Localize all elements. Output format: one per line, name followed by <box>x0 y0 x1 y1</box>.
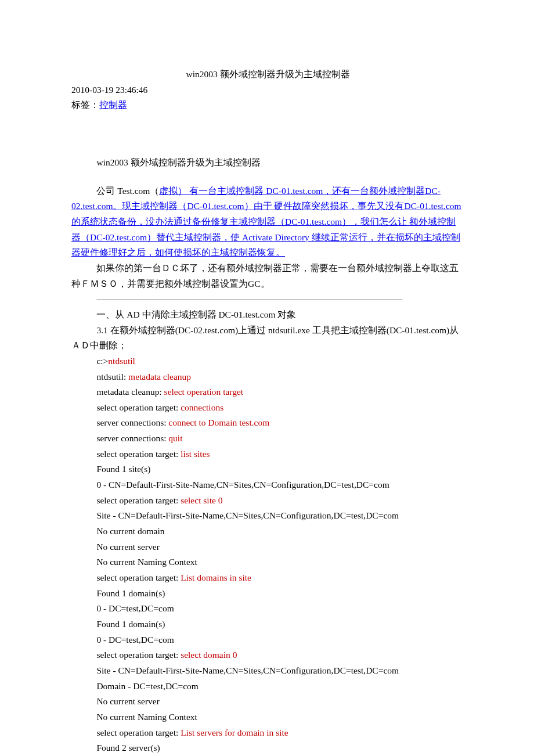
intro-paragraph: 公司 Test.com（虚拟） 有一台主域控制器 DC-01.test.com，… <box>71 183 464 261</box>
command-input: quit <box>168 433 182 443</box>
command-prompt: No current server <box>96 542 159 552</box>
command-prompt: server connections: <box>96 417 168 427</box>
command-line: No current domain <box>71 524 464 539</box>
command-prompt: select operation target: <box>96 573 181 582</box>
command-line: No current server <box>71 694 464 710</box>
command-input: ntdsutil <box>108 356 135 366</box>
command-line: Site - CN=Default-First-Site-Name,CN=Sit… <box>71 508 464 524</box>
command-line: select operation target: select domain 0 <box>71 647 464 663</box>
command-line: metadata cleanup: select operation targe… <box>71 384 464 400</box>
command-prompt: c:> <box>96 356 108 366</box>
command-line: No current Naming Context <box>71 555 464 570</box>
command-prompt: metadata cleanup: <box>96 387 164 397</box>
command-line: No current Naming Context <box>71 710 464 725</box>
tag-link[interactable]: 控制器 <box>99 100 127 110</box>
separator-line: —————————————————————————————————— <box>71 291 464 307</box>
command-prompt: No current server <box>96 696 159 706</box>
command-input: List servers for domain in site <box>181 728 288 737</box>
command-prompt: select operation target: <box>96 495 181 505</box>
command-input: select operation target <box>164 387 244 397</box>
command-line: select operation target: List servers fo… <box>71 725 464 741</box>
command-input: connections <box>181 402 223 412</box>
command-prompt: select operation target: <box>96 402 181 412</box>
command-prompt: Site - CN=Default-First-Site-Name,CN=Sit… <box>96 510 399 520</box>
command-prompt: select operation target: <box>96 728 181 737</box>
command-prompt: Site - CN=Default-First-Site-Name,CN=Sit… <box>96 665 399 675</box>
command-line: ntdsutil: metadata cleanup <box>71 369 464 385</box>
timestamp: 2010-03-19 23:46:46 <box>71 82 464 98</box>
intro-leading: 公司 Test.com（ <box>96 186 159 196</box>
command-input: select domain 0 <box>181 650 237 660</box>
tag-label: 标签： <box>71 100 99 110</box>
command-prompt: 0 - DC=test,DC=com <box>96 603 174 613</box>
command-line: select operation target: select site 0 <box>71 493 464 509</box>
command-line: c:>ntdsutil <box>71 354 464 369</box>
command-line: No current server <box>71 539 464 555</box>
tag-line: 标签：控制器 <box>71 98 464 113</box>
command-line: 0 - DC=test,DC=com <box>71 601 464 617</box>
command-prompt: No current Naming Context <box>96 557 197 567</box>
command-line: Found 1 domain(s) <box>71 617 464 632</box>
command-prompt: select operation target: <box>96 449 181 459</box>
scenario-link[interactable]: 虚拟） 有一台主域控制器 DC-01.test.com，还有一台额外域控制器DC… <box>71 186 461 258</box>
step-1-heading: 一、从 AD 中清除主域控制器 DC-01.test.com 对象 <box>71 307 464 323</box>
command-block: c:>ntdsutilntdsutil: metadata cleanupmet… <box>71 354 464 756</box>
command-prompt: Found 1 domain(s) <box>96 619 165 629</box>
explain-paragraph: 如果你的第一台ＤＣ坏了，还有额外域控制器正常，需要在一台额外域控制器上夺取这五种… <box>71 261 464 291</box>
command-line: Found 2 server(s) <box>71 740 464 756</box>
command-input: connect to Domain test.com <box>168 417 269 427</box>
command-prompt: 0 - DC=test,DC=com <box>96 635 174 645</box>
command-line: server connections: quit <box>71 431 464 447</box>
command-line: server connections: connect to Domain te… <box>71 415 464 431</box>
command-line: select operation target: list sites <box>71 447 464 462</box>
command-line: select operation target: connections <box>71 400 464 416</box>
command-prompt: select operation target: <box>96 650 181 660</box>
subtitle: win2003 额外域控制器升级为主域控制器 <box>71 113 464 183</box>
document-title: win2003 额外域控制器升级为主域控制器 <box>71 67 464 82</box>
command-input: select site 0 <box>181 495 222 505</box>
command-prompt: Found 2 server(s) <box>96 743 160 753</box>
command-input: List domains in site <box>181 573 251 582</box>
command-line: 0 - DC=test,DC=com <box>71 632 464 648</box>
command-prompt: Found 1 site(s) <box>96 464 150 474</box>
command-line: Domain - DC=test,DC=com <box>71 679 464 694</box>
command-prompt: Domain - DC=test,DC=com <box>96 681 198 691</box>
command-line: 0 - CN=Default-First-Site-Name,CN=Sites,… <box>71 477 464 493</box>
command-prompt: 0 - CN=Default-First-Site-Name,CN=Sites,… <box>96 480 389 489</box>
command-input: metadata cleanup <box>128 372 191 381</box>
command-line: Found 1 domain(s) <box>71 586 464 602</box>
command-prompt: ntdsutil: <box>96 372 128 381</box>
command-prompt: server connections: <box>96 433 168 443</box>
command-prompt: No current Naming Context <box>96 712 197 722</box>
command-line: Found 1 site(s) <box>71 462 464 477</box>
command-line: Site - CN=Default-First-Site-Name,CN=Sit… <box>71 663 464 679</box>
command-input: list sites <box>181 449 210 459</box>
command-line: select operation target: List domains in… <box>71 570 464 586</box>
step-1-description: 3.1 在额外域控制器(DC-02.test.com)上通过 ntdsutil.… <box>71 323 464 354</box>
command-prompt: No current domain <box>96 526 164 536</box>
command-prompt: Found 1 domain(s) <box>96 588 165 598</box>
